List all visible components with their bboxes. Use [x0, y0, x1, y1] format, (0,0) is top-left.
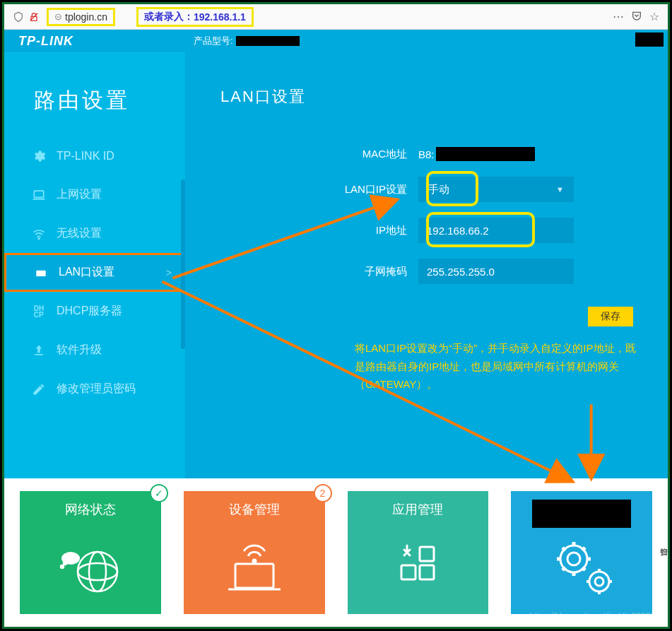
svg-rect-9 — [43, 271, 45, 273]
url-highlight-box: ⊝ tplogin.cn — [47, 8, 115, 26]
wifi-icon — [31, 226, 47, 242]
svg-point-15 — [64, 562, 66, 565]
tile-title: 网络状态 — [65, 501, 116, 518]
svg-line-32 — [582, 548, 585, 550]
svg-point-33 — [589, 572, 609, 591]
sidebar-item-password[interactable]: 修改管理员密码 — [4, 370, 185, 408]
sidebar-item-label: 上网设置 — [57, 187, 102, 202]
pocket-icon[interactable] — [631, 10, 642, 24]
mac-redacted — [436, 147, 535, 161]
sidebar-title: 路由设置 — [4, 52, 185, 136]
pencil-icon — [31, 382, 47, 397]
alt-url-highlight-box: 或者录入： 192.168.1.1 — [136, 7, 254, 27]
tile-device-mgmt[interactable]: 2 设备管理 — [184, 491, 325, 614]
lock-strikethrough-icon — [28, 11, 40, 23]
upload-icon — [31, 343, 47, 358]
gear-icon — [31, 148, 47, 164]
laptop-icon — [31, 187, 47, 203]
ip-label: IP地址 — [220, 224, 418, 237]
topbar-right-redacted — [635, 33, 664, 47]
mac-prefix: B8: — [418, 148, 435, 160]
url-text[interactable]: tplogin.cn — [65, 11, 107, 23]
svg-rect-20 — [420, 547, 434, 561]
svg-rect-2 — [34, 191, 43, 197]
svg-rect-22 — [420, 565, 434, 579]
page-title: LAN口设置 — [220, 86, 639, 107]
content-area: LAN口设置 MAC地址 B8: LAN口IP设置 手动 ▼ — [185, 52, 668, 478]
row-lan-ip-mode: LAN口IP设置 手动 ▼ — [220, 177, 639, 202]
svg-point-23 — [567, 553, 580, 565]
bookmark-star-icon[interactable]: ☆ — [649, 10, 659, 23]
svg-rect-8 — [42, 271, 43, 273]
row-mask: 子网掩码 — [220, 259, 639, 284]
globe-icon — [30, 525, 151, 604]
sidebar-item-label: 修改管理员密码 — [57, 382, 136, 396]
mask-input[interactable] — [418, 259, 574, 284]
svg-point-34 — [595, 577, 603, 586]
tile-router-settings[interactable] — [511, 491, 652, 614]
tile-network-status[interactable]: ✓ 网络状态 — [20, 491, 161, 614]
svg-rect-18 — [235, 564, 273, 588]
tile-app-mgmt[interactable]: 应用管理 — [348, 491, 489, 614]
mask-label: 子网掩码 — [220, 265, 418, 278]
gears-icon — [521, 528, 642, 604]
sidebar: 路由设置 TP-LINK ID 上网设置 无线设置 LAN口设置 — [4, 52, 185, 478]
tile-title: 应用管理 — [392, 501, 443, 518]
sidebar-item-tplink-id[interactable]: TP-LINK ID — [4, 136, 185, 175]
sidebar-item-label: DHCP服务器 — [57, 304, 122, 319]
apps-grid-icon — [358, 525, 479, 604]
svg-point-4 — [38, 237, 40, 239]
ethernet-icon — [33, 265, 49, 281]
dhcp-icon: DHCP — [31, 304, 47, 319]
sidebar-item-label: 无线设置 — [57, 226, 102, 241]
shield-icon — [13, 11, 24, 23]
svg-point-13 — [89, 552, 106, 591]
chevron-down-icon: ▼ — [556, 185, 564, 194]
row-mac: MAC地址 B8: — [220, 147, 639, 161]
save-button[interactable]: 保存 — [588, 307, 633, 326]
svg-rect-21 — [401, 565, 415, 579]
alt-url-ip: 192.168.1.1 — [194, 11, 246, 23]
svg-line-29 — [562, 548, 565, 550]
model-label: 产品型号: — [194, 35, 300, 47]
sidebar-item-label: TP-LINK ID — [57, 150, 114, 163]
sidebar-item-dhcp[interactable]: DHCP DHCP服务器 — [4, 292, 185, 331]
svg-line-30 — [582, 567, 585, 570]
link-icon: ⊝ — [54, 11, 62, 22]
annotation-note: 将LAN口IP设置改为“手动”，并手动录入自定义的IP地址，既是路由器自身的IP… — [220, 339, 639, 394]
sidebar-item-label: 软件升级 — [57, 343, 102, 358]
svg-point-11 — [78, 552, 117, 591]
tile-title-redacted — [532, 500, 631, 528]
more-icon[interactable]: ⋯ — [613, 10, 624, 23]
sidebar-item-internet[interactable]: 上网设置 — [4, 175, 185, 214]
model-redacted — [236, 36, 300, 46]
browser-address-bar: ⊝ tplogin.cn 或者录入： 192.168.1.1 ⋯ ☆ — [4, 4, 668, 30]
tile-badge-check: ✓ — [150, 484, 168, 502]
svg-rect-7 — [40, 271, 41, 273]
app-topbar: TP-LINK 产品型号: — [4, 30, 668, 52]
select-value: 手动 — [428, 183, 449, 196]
tile-title: 设备管理 — [229, 501, 280, 518]
svg-point-17 — [253, 560, 256, 562]
lan-ip-mode-select[interactable]: 手动 ▼ — [418, 177, 574, 202]
tile-badge-count: 2 — [314, 484, 332, 502]
sidebar-item-lan[interactable]: LAN口设置 — [4, 253, 185, 292]
bottom-tiles: ✓ 网络状态 2 设备管理 — [4, 478, 668, 627]
mac-label: MAC地址 — [220, 148, 418, 161]
svg-rect-6 — [37, 271, 39, 273]
svg-rect-10 — [35, 354, 43, 355]
sidebar-item-label: LAN口设置 — [59, 265, 114, 280]
watermark-text: https://blog.csdn.net/jackliu20091 — [530, 611, 655, 621]
svg-point-12 — [78, 563, 117, 580]
alt-url-label: 或者录入： — [144, 11, 194, 23]
lan-ip-mode-label: LAN口IP设置 — [220, 183, 418, 196]
row-ip: IP地址 — [220, 218, 639, 243]
brand-logo: TP-LINK — [18, 34, 73, 49]
svg-point-16 — [61, 565, 64, 568]
laptop-wifi-icon — [194, 525, 315, 604]
ip-input[interactable] — [418, 218, 574, 243]
sidebar-item-upgrade[interactable]: 软件升级 — [4, 331, 185, 370]
sidebar-item-wireless[interactable]: 无线设置 — [4, 214, 185, 253]
svg-line-31 — [562, 567, 565, 570]
